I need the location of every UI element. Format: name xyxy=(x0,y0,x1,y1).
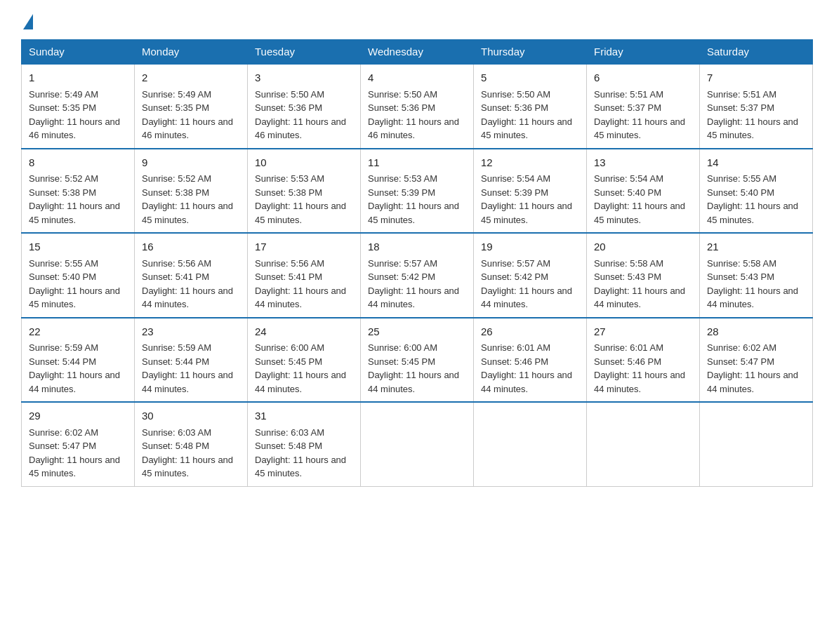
calendar-cell: 11Sunrise: 5:53 AMSunset: 5:39 PMDayligh… xyxy=(361,149,474,234)
day-info: Sunrise: 6:03 AMSunset: 5:48 PMDaylight:… xyxy=(142,427,233,479)
day-number: 6 xyxy=(594,70,692,86)
day-info: Sunrise: 5:59 AMSunset: 5:44 PMDaylight:… xyxy=(29,342,120,394)
calendar-cell: 15Sunrise: 5:55 AMSunset: 5:40 PMDayligh… xyxy=(22,233,135,318)
day-of-week-saturday: Saturday xyxy=(700,40,813,65)
calendar-cell xyxy=(587,402,700,486)
calendar-cell: 28Sunrise: 6:02 AMSunset: 5:47 PMDayligh… xyxy=(700,318,813,403)
day-of-week-friday: Friday xyxy=(587,40,700,65)
day-number: 20 xyxy=(594,239,692,255)
day-number: 8 xyxy=(29,155,127,171)
day-of-week-tuesday: Tuesday xyxy=(248,40,361,65)
day-number: 13 xyxy=(594,155,692,171)
day-info: Sunrise: 6:03 AMSunset: 5:48 PMDaylight:… xyxy=(255,427,346,479)
day-info: Sunrise: 6:02 AMSunset: 5:47 PMDaylight:… xyxy=(707,342,798,394)
day-info: Sunrise: 6:02 AMSunset: 5:47 PMDaylight:… xyxy=(29,427,120,479)
calendar-cell: 17Sunrise: 5:56 AMSunset: 5:41 PMDayligh… xyxy=(248,233,361,318)
logo-general xyxy=(21,14,33,28)
calendar-cell: 2Sunrise: 5:49 AMSunset: 5:35 PMDaylight… xyxy=(135,64,248,149)
day-info: Sunrise: 5:58 AMSunset: 5:43 PMDaylight:… xyxy=(594,258,685,310)
day-number: 17 xyxy=(255,239,353,255)
calendar-cell: 3Sunrise: 5:50 AMSunset: 5:36 PMDaylight… xyxy=(248,64,361,149)
calendar-cell: 29Sunrise: 6:02 AMSunset: 5:47 PMDayligh… xyxy=(22,402,135,486)
calendar-cell: 21Sunrise: 5:58 AMSunset: 5:43 PMDayligh… xyxy=(700,233,813,318)
calendar-cell: 7Sunrise: 5:51 AMSunset: 5:37 PMDaylight… xyxy=(700,64,813,149)
day-info: Sunrise: 5:51 AMSunset: 5:37 PMDaylight:… xyxy=(594,89,685,141)
day-info: Sunrise: 5:52 AMSunset: 5:38 PMDaylight:… xyxy=(142,173,233,225)
day-number: 25 xyxy=(368,324,466,340)
day-number: 27 xyxy=(594,324,692,340)
calendar-cell: 16Sunrise: 5:56 AMSunset: 5:41 PMDayligh… xyxy=(135,233,248,318)
day-number: 23 xyxy=(142,324,240,340)
calendar-cell: 12Sunrise: 5:54 AMSunset: 5:39 PMDayligh… xyxy=(474,149,587,234)
calendar-cell xyxy=(474,402,587,486)
day-info: Sunrise: 5:54 AMSunset: 5:39 PMDaylight:… xyxy=(481,173,572,225)
calendar-cell: 6Sunrise: 5:51 AMSunset: 5:37 PMDaylight… xyxy=(587,64,700,149)
day-number: 26 xyxy=(481,324,579,340)
day-number: 21 xyxy=(707,239,805,255)
day-info: Sunrise: 5:49 AMSunset: 5:35 PMDaylight:… xyxy=(142,89,233,141)
day-number: 7 xyxy=(707,70,805,86)
day-info: Sunrise: 6:01 AMSunset: 5:46 PMDaylight:… xyxy=(481,342,572,394)
calendar-cell: 8Sunrise: 5:52 AMSunset: 5:38 PMDaylight… xyxy=(22,149,135,234)
calendar-cell: 20Sunrise: 5:58 AMSunset: 5:43 PMDayligh… xyxy=(587,233,700,318)
logo-triangle-icon xyxy=(23,14,33,29)
calendar-cell: 31Sunrise: 6:03 AMSunset: 5:48 PMDayligh… xyxy=(248,402,361,486)
calendar-cell: 4Sunrise: 5:50 AMSunset: 5:36 PMDaylight… xyxy=(361,64,474,149)
week-row-5: 29Sunrise: 6:02 AMSunset: 5:47 PMDayligh… xyxy=(22,402,813,486)
day-info: Sunrise: 5:50 AMSunset: 5:36 PMDaylight:… xyxy=(481,89,572,141)
calendar-cell: 26Sunrise: 6:01 AMSunset: 5:46 PMDayligh… xyxy=(474,318,587,403)
day-number: 14 xyxy=(707,155,805,171)
day-number: 30 xyxy=(142,408,240,424)
day-number: 2 xyxy=(142,70,240,86)
day-number: 28 xyxy=(707,324,805,340)
calendar-cell xyxy=(361,402,474,486)
logo xyxy=(21,14,33,28)
day-number: 5 xyxy=(481,70,579,86)
day-info: Sunrise: 5:58 AMSunset: 5:43 PMDaylight:… xyxy=(707,258,798,310)
day-of-week-wednesday: Wednesday xyxy=(361,40,474,65)
day-number: 19 xyxy=(481,239,579,255)
calendar-cell: 1Sunrise: 5:49 AMSunset: 5:35 PMDaylight… xyxy=(22,64,135,149)
calendar-header: SundayMondayTuesdayWednesdayThursdayFrid… xyxy=(22,40,813,65)
day-info: Sunrise: 5:55 AMSunset: 5:40 PMDaylight:… xyxy=(29,258,120,310)
day-number: 1 xyxy=(29,70,127,86)
day-number: 4 xyxy=(368,70,466,86)
week-row-4: 22Sunrise: 5:59 AMSunset: 5:44 PMDayligh… xyxy=(22,318,813,403)
day-info: Sunrise: 6:00 AMSunset: 5:45 PMDaylight:… xyxy=(368,342,459,394)
day-info: Sunrise: 5:54 AMSunset: 5:40 PMDaylight:… xyxy=(594,173,685,225)
day-info: Sunrise: 5:49 AMSunset: 5:35 PMDaylight:… xyxy=(29,89,120,141)
calendar-cell xyxy=(700,402,813,486)
days-of-week-row: SundayMondayTuesdayWednesdayThursdayFrid… xyxy=(22,40,813,65)
day-info: Sunrise: 5:51 AMSunset: 5:37 PMDaylight:… xyxy=(707,89,798,141)
calendar-cell: 23Sunrise: 5:59 AMSunset: 5:44 PMDayligh… xyxy=(135,318,248,403)
day-of-week-monday: Monday xyxy=(135,40,248,65)
day-info: Sunrise: 5:55 AMSunset: 5:40 PMDaylight:… xyxy=(707,173,798,225)
calendar-cell: 18Sunrise: 5:57 AMSunset: 5:42 PMDayligh… xyxy=(361,233,474,318)
day-info: Sunrise: 5:56 AMSunset: 5:41 PMDaylight:… xyxy=(255,258,346,310)
day-info: Sunrise: 5:50 AMSunset: 5:36 PMDaylight:… xyxy=(255,89,346,141)
calendar-cell: 25Sunrise: 6:00 AMSunset: 5:45 PMDayligh… xyxy=(361,318,474,403)
day-number: 16 xyxy=(142,239,240,255)
day-number: 22 xyxy=(29,324,127,340)
day-info: Sunrise: 5:57 AMSunset: 5:42 PMDaylight:… xyxy=(368,258,459,310)
day-number: 9 xyxy=(142,155,240,171)
day-number: 31 xyxy=(255,408,353,424)
day-info: Sunrise: 5:59 AMSunset: 5:44 PMDaylight:… xyxy=(142,342,233,394)
page-header xyxy=(21,14,813,28)
day-info: Sunrise: 5:50 AMSunset: 5:36 PMDaylight:… xyxy=(368,89,459,141)
calendar-cell: 19Sunrise: 5:57 AMSunset: 5:42 PMDayligh… xyxy=(474,233,587,318)
week-row-1: 1Sunrise: 5:49 AMSunset: 5:35 PMDaylight… xyxy=(22,64,813,149)
calendar-cell: 5Sunrise: 5:50 AMSunset: 5:36 PMDaylight… xyxy=(474,64,587,149)
day-number: 11 xyxy=(368,155,466,171)
day-number: 24 xyxy=(255,324,353,340)
calendar-cell: 13Sunrise: 5:54 AMSunset: 5:40 PMDayligh… xyxy=(587,149,700,234)
calendar-cell: 30Sunrise: 6:03 AMSunset: 5:48 PMDayligh… xyxy=(135,402,248,486)
week-row-2: 8Sunrise: 5:52 AMSunset: 5:38 PMDaylight… xyxy=(22,149,813,234)
day-number: 29 xyxy=(29,408,127,424)
day-info: Sunrise: 5:56 AMSunset: 5:41 PMDaylight:… xyxy=(142,258,233,310)
day-info: Sunrise: 5:53 AMSunset: 5:38 PMDaylight:… xyxy=(255,173,346,225)
day-number: 15 xyxy=(29,239,127,255)
day-info: Sunrise: 5:53 AMSunset: 5:39 PMDaylight:… xyxy=(368,173,459,225)
day-info: Sunrise: 6:01 AMSunset: 5:46 PMDaylight:… xyxy=(594,342,685,394)
calendar-table: SundayMondayTuesdayWednesdayThursdayFrid… xyxy=(21,39,813,487)
